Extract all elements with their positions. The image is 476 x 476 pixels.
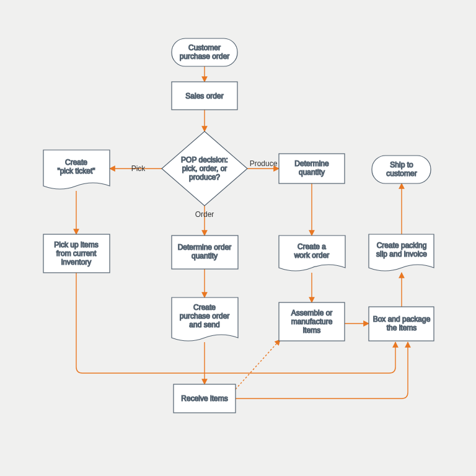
- label-order: Order: [195, 210, 214, 219]
- edge-receive-box: [236, 342, 408, 399]
- node-pickitems-line1: from current: [56, 249, 97, 258]
- node-sales-line0: Sales order: [185, 92, 223, 100]
- node-pickitems: Pick up itemsfrom currentinventory: [43, 234, 110, 273]
- node-ship: Ship tocustomer: [372, 156, 431, 183]
- node-ship-line0: Ship to: [390, 161, 413, 169]
- node-assemble-line1: manufacture: [291, 317, 333, 326]
- node-assemble-line2: items: [303, 326, 321, 335]
- node-box-line1: the items: [387, 324, 417, 332]
- node-decision-line1: pick, order, or: [182, 164, 227, 173]
- node-decision-line2: produce?: [189, 173, 220, 182]
- node-start-line1: purchase order: [180, 52, 230, 61]
- label-pick: Pick: [131, 164, 146, 173]
- label-produce: Produce: [250, 159, 278, 168]
- node-pickitems-line2: inventory: [61, 258, 92, 267]
- node-createpo-line0: Create: [193, 303, 216, 312]
- node-start: Customerpurchase order: [172, 38, 237, 66]
- node-workorder-line1: work order: [294, 251, 330, 260]
- svg-text:Determinequantity: Determinequantity: [294, 159, 329, 177]
- node-packslip-line0: Create packing: [377, 241, 427, 250]
- node-start-line0: Customer: [188, 43, 221, 52]
- node-decision: POP decision:pick, order, orproduce?: [162, 131, 247, 206]
- node-detqty: Determinequantity: [279, 154, 345, 183]
- node-detqty-line0: Determine: [294, 159, 329, 168]
- svg-text:Sales order: Sales order: [185, 92, 223, 100]
- node-pickitems-line0: Pick up items: [54, 240, 98, 249]
- flowchart: Customerpurchase order Sales order POP d…: [0, 0, 476, 476]
- node-packslip: Create packingslip and invoice: [369, 234, 434, 271]
- edges: [76, 66, 408, 399]
- svg-text:Ship tocustomer: Ship tocustomer: [386, 161, 416, 178]
- svg-text:Create packingslip and invoice: Create packingslip and invoice: [376, 241, 427, 258]
- node-box-line0: Box and package: [373, 315, 431, 324]
- node-createpo-line1: purchase order: [180, 312, 230, 320]
- node-detorderqty: Determine orderquantity: [172, 236, 238, 269]
- node-sales: Sales order: [172, 82, 237, 110]
- svg-text:Create awork order: Create awork order: [294, 242, 330, 260]
- node-assemble-line0: Assemble or: [291, 309, 333, 317]
- node-pickticket: Create"pick ticket": [43, 150, 110, 189]
- node-createpo: Createpurchase orderand send: [172, 298, 238, 341]
- node-detorderqty-line0: Determine order: [178, 243, 232, 252]
- node-pickticket-line0: Create: [65, 158, 87, 167]
- node-assemble: Assemble ormanufactureitems: [279, 302, 345, 341]
- node-detqty-line1: quantity: [299, 168, 325, 177]
- node-ship-line1: customer: [386, 169, 416, 178]
- node-createpo-line2: and send: [189, 320, 219, 329]
- svg-text:Receive items: Receive items: [181, 394, 227, 403]
- node-receive: Receive items: [174, 384, 236, 413]
- node-detorderqty-line1: quantity: [192, 252, 218, 260]
- node-workorder: Create awork order: [279, 236, 345, 271]
- edge-receive-assemble: [236, 340, 280, 389]
- node-box: Box and packagethe items: [369, 307, 434, 341]
- node-packslip-line1: slip and invoice: [376, 250, 427, 258]
- node-pickticket-line1: "pick ticket": [57, 167, 95, 175]
- nodes: Customerpurchase order Sales order POP d…: [43, 38, 434, 413]
- node-decision-line0: POP decision:: [181, 156, 228, 164]
- node-workorder-line0: Create a: [298, 242, 326, 251]
- node-receive-line0: Receive items: [181, 394, 227, 403]
